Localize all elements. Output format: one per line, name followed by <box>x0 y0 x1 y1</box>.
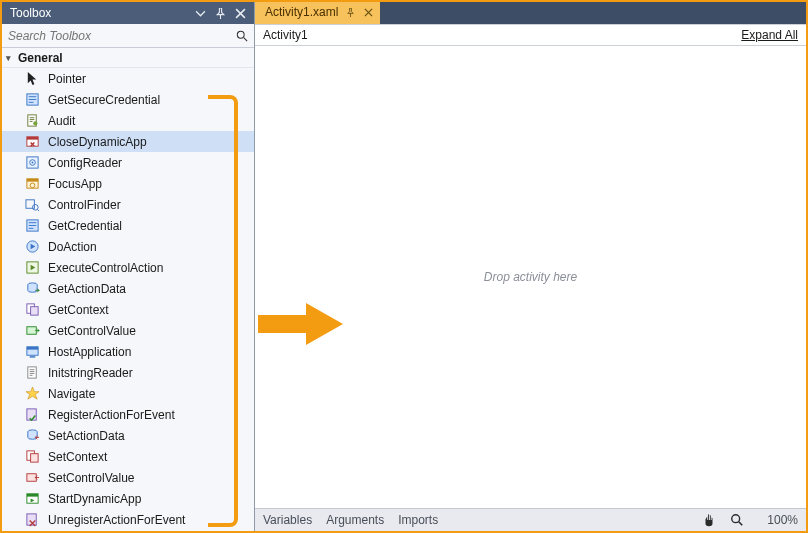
toolbox-item-label: SetActionData <box>48 429 125 443</box>
search-icon[interactable] <box>232 30 248 42</box>
svg-rect-5 <box>26 137 37 140</box>
form-icon <box>24 218 40 234</box>
toolbox-item[interactable]: Navigate <box>2 383 254 404</box>
toolbox-item-label: ConfigReader <box>48 156 122 170</box>
svg-rect-12 <box>25 200 33 208</box>
zoom-fit-icon[interactable] <box>730 513 744 527</box>
svg-point-0 <box>237 31 244 38</box>
svg-rect-31 <box>26 494 37 497</box>
toolbox-item[interactable]: ControlFinder <box>2 194 254 215</box>
imports-tab[interactable]: Imports <box>398 513 438 527</box>
caret-down-icon: ▾ <box>6 53 18 63</box>
toolbox-item[interactable]: DoAction <box>2 236 254 257</box>
toolbox-item[interactable]: RegisterActionForEvent <box>2 404 254 425</box>
toolbox-item[interactable]: Pointer <box>2 68 254 89</box>
toolbox-item[interactable]: Audit <box>2 110 254 131</box>
toolbox-item[interactable]: CloseDynamicApp <box>2 131 254 152</box>
toolbox-item[interactable]: StartDynamicApp <box>2 488 254 509</box>
toolbox-item-label: HostApplication <box>48 345 131 359</box>
designer-panel: Activity1.xaml Activity1 Expand All Drop… <box>255 2 806 531</box>
toolbox-header: Toolbox <box>2 2 254 24</box>
svg-point-8 <box>31 162 33 164</box>
tab-close-icon[interactable] <box>362 6 374 18</box>
focus-icon <box>24 176 40 192</box>
config-icon <box>24 155 40 171</box>
toolbox-item[interactable]: FocusApp <box>2 173 254 194</box>
document-tabstrip: Activity1.xaml <box>255 2 806 24</box>
form-icon <box>24 92 40 108</box>
svg-rect-19 <box>30 307 38 315</box>
svg-rect-24 <box>27 367 35 378</box>
getdata-icon <box>24 281 40 297</box>
toolbox-item[interactable]: GetContext <box>2 299 254 320</box>
toolbox-item-label: InitstringReader <box>48 366 133 380</box>
setctx-icon <box>24 449 40 465</box>
start-icon <box>24 491 40 507</box>
svg-rect-22 <box>26 347 37 350</box>
toolbox-item[interactable]: UnregisterActionForEvent <box>2 509 254 530</box>
toolbox-item[interactable]: GetCredential <box>2 215 254 236</box>
toolbox-item-label: ExecuteControlAction <box>48 261 163 275</box>
getval-icon <box>24 323 40 339</box>
action-icon <box>24 239 40 255</box>
arguments-tab[interactable]: Arguments <box>326 513 384 527</box>
panel-menu-button[interactable] <box>190 4 210 22</box>
tab-pin-icon[interactable] <box>344 6 356 18</box>
close-app-icon <box>24 134 40 150</box>
designer-bottom-bar: Variables Arguments Imports 100% <box>255 508 806 531</box>
expand-all-link[interactable]: Expand All <box>741 28 798 42</box>
toolbox-group-general[interactable]: ▾ General <box>2 48 254 68</box>
toolbox-item[interactable]: InitstringReader <box>2 362 254 383</box>
toolbox-item-label: FocusApp <box>48 177 102 191</box>
svg-rect-25 <box>26 409 35 420</box>
zoom-level[interactable]: 100% <box>758 513 798 527</box>
breadcrumb-root[interactable]: Activity1 <box>263 28 308 42</box>
pin-icon[interactable] <box>210 4 230 22</box>
setval-icon <box>24 470 40 486</box>
toolbox-item[interactable]: ExecuteControlAction <box>2 257 254 278</box>
svg-rect-10 <box>26 179 37 182</box>
toolbox-item-label: GetContext <box>48 303 109 317</box>
toolbox-item[interactable]: GetControlValue <box>2 320 254 341</box>
close-panel-button[interactable] <box>230 4 250 22</box>
register-icon <box>24 407 40 423</box>
toolbox-item-label: SetControlValue <box>48 471 135 485</box>
init-icon <box>24 365 40 381</box>
toolbox-item[interactable]: SetControlValue <box>2 467 254 488</box>
toolbox-item[interactable]: GetSecureCredential <box>2 89 254 110</box>
toolbox-item-label: GetActionData <box>48 282 126 296</box>
toolbox-item-label: GetControlValue <box>48 324 136 338</box>
document-tab-activity1[interactable]: Activity1.xaml <box>255 2 380 24</box>
drop-activity-hint: Drop activity here <box>484 270 577 284</box>
svg-point-33 <box>732 515 740 523</box>
nav-icon <box>24 386 40 402</box>
toolbox-item-label: UnregisterActionForEvent <box>48 513 185 527</box>
toolbox-item[interactable]: SetActionData <box>2 425 254 446</box>
toolbox-item-label: Navigate <box>48 387 95 401</box>
toolbox-item-label: Audit <box>48 114 75 128</box>
svg-rect-20 <box>26 327 35 335</box>
svg-rect-23 <box>29 356 35 357</box>
toolbox-item[interactable]: SetContext <box>2 446 254 467</box>
toolbox-item-label: StartDynamicApp <box>48 492 141 506</box>
toolbox-item[interactable]: GetActionData <box>2 278 254 299</box>
toolbox-panel: Toolbox × ▾ General PointerGetSecureCred… <box>2 2 255 531</box>
pan-mode-icon[interactable] <box>702 513 716 527</box>
toolbox-item-label: ControlFinder <box>48 198 121 212</box>
variables-tab[interactable]: Variables <box>263 513 312 527</box>
designer-canvas[interactable]: Drop activity here <box>255 46 806 508</box>
breadcrumb-bar: Activity1 Expand All <box>255 24 806 46</box>
toolbox-group-label: General <box>18 51 63 65</box>
toolbox-title: Toolbox <box>10 6 190 20</box>
context-icon <box>24 302 40 318</box>
toolbox-item[interactable]: HostApplication <box>2 341 254 362</box>
setdata-icon <box>24 428 40 444</box>
toolbox-item-label: GetSecureCredential <box>48 93 160 107</box>
toolbox-item-label: SetContext <box>48 450 107 464</box>
exec-icon <box>24 260 40 276</box>
toolbox-item-label: DoAction <box>48 240 97 254</box>
search-input[interactable] <box>8 29 232 43</box>
svg-point-3 <box>33 121 37 125</box>
toolbox-item[interactable]: ConfigReader <box>2 152 254 173</box>
toolbox-item-label: GetCredential <box>48 219 122 233</box>
